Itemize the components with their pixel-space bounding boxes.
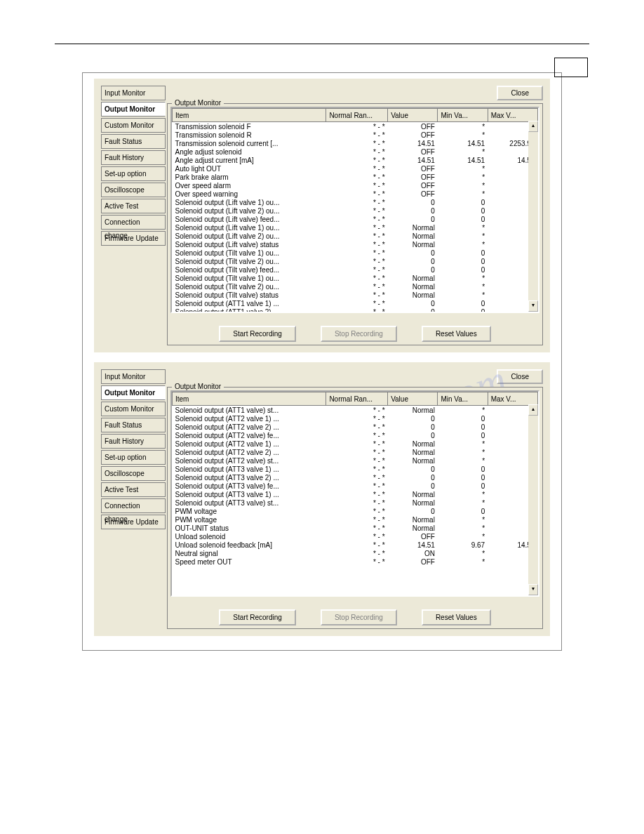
table-row[interactable]: Solenoid output (ATT2 valve 2) ...* - *N… [173, 448, 538, 456]
table-row[interactable]: Over speed alarm* - *OFF** [173, 181, 538, 190]
table-row[interactable]: Transmission solenoid current [...* - *1… [173, 139, 538, 147]
close-button[interactable]: Close [497, 369, 543, 384]
table-cell: * - * [326, 164, 388, 173]
table-row[interactable]: Solenoid output (Lift valve) feed...* - … [173, 215, 538, 223]
table-row[interactable]: Auto light OUT* - *OFF** [173, 164, 538, 173]
sidebar-tab[interactable]: Output Monitor [101, 102, 166, 117]
table-row[interactable]: Solenoid output (ATT1 valve) st...* - *N… [173, 406, 538, 415]
table-cell: PWM voltage [173, 515, 326, 524]
table-cell: * [438, 164, 488, 173]
sidebar-tab[interactable]: Fault Status [101, 418, 166, 432]
table-row[interactable]: Unload solenoid* - *OFF** [173, 532, 538, 541]
table-row[interactable]: Solenoid output (ATT1 valve 2) ...* - *0… [173, 307, 538, 313]
close-button[interactable]: Close [497, 86, 543, 100]
table-cell: ON [388, 549, 438, 557]
reset-values-button[interactable]: Reset Values [422, 326, 491, 342]
table-cell: * [438, 490, 488, 498]
table-cell: * [438, 498, 488, 507]
table-row[interactable]: Over speed warning* - *OFF** [173, 190, 538, 198]
sidebar-tab[interactable]: Custom Monitor [101, 118, 166, 133]
table-row[interactable]: Solenoid output (ATT3 valve 1) ...* - *N… [173, 490, 538, 498]
scrollbar[interactable]: ▴▾ [528, 404, 538, 595]
stop-recording-button: Stop Recording [321, 326, 397, 342]
table-row[interactable]: Solenoid output (Tilt valve 1) ou...* - … [173, 274, 538, 282]
table-cell: * - * [326, 490, 388, 498]
table-row[interactable]: Solenoid output (ATT3 valve) st...* - *N… [173, 498, 538, 507]
table-row[interactable]: PWM voltage* - *Normal** [173, 515, 538, 524]
start-recording-button[interactable]: Start Recording [219, 326, 295, 342]
scroll-down-icon[interactable]: ▾ [528, 300, 538, 312]
column-header[interactable]: Value [388, 392, 438, 406]
column-header[interactable]: Item [173, 392, 326, 406]
table-row[interactable]: Solenoid output (Tilt valve 2) ou...* - … [173, 257, 538, 265]
sidebar-tab[interactable]: Input Monitor [101, 86, 166, 100]
table-row[interactable]: Solenoid output (Lift valve 1) ou...* - … [173, 198, 538, 206]
table-row[interactable]: Solenoid output (Lift valve) status* - *… [173, 240, 538, 249]
scroll-down-icon[interactable]: ▾ [528, 584, 538, 595]
table-row[interactable]: Speed meter OUT* - *OFF** [173, 557, 538, 566]
table-row[interactable]: Solenoid output (ATT1 valve 1) ...* - *0… [173, 299, 538, 307]
table-row[interactable]: Angle adjust current [mA]* - *14.5114.51… [173, 156, 538, 164]
table-row[interactable]: Unload solenoid feedback [mA]* - *14.519… [173, 541, 538, 549]
sidebar-tab[interactable]: Firmware Update [101, 231, 166, 246]
sidebar-tab[interactable]: Active Test [101, 199, 166, 213]
start-recording-button[interactable]: Start Recording [219, 609, 295, 626]
table-row[interactable]: Solenoid output (ATT3 valve 1) ...* - *0… [173, 465, 538, 473]
sidebar-tab[interactable]: Connection change [101, 215, 166, 230]
table-row[interactable]: Solenoid output (Tilt valve 1) ou...* - … [173, 249, 538, 257]
column-header[interactable]: Value [388, 109, 438, 122]
column-header[interactable]: Max V... [488, 109, 537, 122]
column-header[interactable]: Item [173, 109, 326, 122]
table-cell: * [438, 456, 488, 465]
table-row[interactable]: Solenoid output (Lift valve 2) ou...* - … [173, 232, 538, 240]
table-row[interactable]: Solenoid output (ATT2 valve 1) ...* - *0… [173, 414, 538, 423]
sidebar-tab[interactable]: Connection change [101, 498, 166, 513]
scroll-up-icon[interactable]: ▴ [528, 121, 538, 132]
table-cell: * [438, 439, 488, 448]
table-cell: * [438, 406, 488, 415]
sidebar-tab[interactable]: Firmware Update [101, 515, 166, 529]
sidebar-tab[interactable]: Fault History [101, 434, 166, 449]
sidebar-tab[interactable]: Oscilloscope [101, 466, 166, 481]
sidebar-tab[interactable]: Custom Monitor [101, 402, 166, 416]
table-row[interactable]: Solenoid output (ATT2 valve) st...* - *N… [173, 456, 538, 465]
table-row[interactable]: Solenoid output (Lift valve 2) ou...* - … [173, 206, 538, 215]
sidebar-tab[interactable]: Output Monitor [101, 385, 166, 400]
column-header[interactable]: Max V... [488, 392, 537, 406]
sidebar-tab[interactable]: Active Test [101, 482, 166, 497]
table-row[interactable]: Solenoid output (ATT2 valve 2) ...* - *0… [173, 423, 538, 431]
table-row[interactable]: Solenoid output (Tilt valve) status* - *… [173, 291, 538, 299]
table-row[interactable]: Solenoid output (Lift valve 1) ou...* - … [173, 223, 538, 232]
scrollbar[interactable]: ▴▾ [528, 121, 538, 312]
table-row[interactable]: Angle adjust solenoid* - *OFF** [173, 147, 538, 156]
table-row[interactable]: PWM voltage* - *000 [173, 507, 538, 515]
column-header[interactable]: Min Va... [438, 392, 488, 406]
table-row[interactable]: Transmission solenoid R* - *OFF** [173, 131, 538, 139]
sidebar-tab[interactable]: Set-up option [101, 166, 166, 181]
column-header[interactable]: Normal Ran... [326, 392, 388, 406]
table-cell: Speed meter OUT [173, 557, 326, 566]
sidebar-tab[interactable]: Input Monitor [101, 369, 166, 384]
table-cell: * [438, 282, 488, 291]
scroll-up-icon[interactable]: ▴ [528, 404, 538, 416]
table-cell: 0 [438, 507, 488, 515]
table-cell: Solenoid output (Tilt valve 1) ou... [173, 274, 326, 282]
table-row[interactable]: Transmission solenoid F* - *OFF** [173, 122, 538, 131]
table-row[interactable]: Solenoid output (Tilt valve 2) ou...* - … [173, 282, 538, 291]
table-row[interactable]: Solenoid output (ATT2 valve 1) ...* - *N… [173, 439, 538, 448]
sidebar-tab[interactable]: Oscilloscope [101, 183, 166, 197]
table-row[interactable]: Park brake alarm* - *OFF** [173, 173, 538, 181]
column-header[interactable]: Normal Ran... [326, 109, 388, 122]
table-row[interactable]: OUT-UNIT status* - *Normal** [173, 524, 538, 532]
table-row[interactable]: Solenoid output (ATT3 valve 2) ...* - *0… [173, 473, 538, 482]
table-cell: Over speed alarm [173, 181, 326, 190]
column-header[interactable]: Min Va... [438, 109, 488, 122]
reset-values-button[interactable]: Reset Values [422, 609, 491, 626]
table-row[interactable]: Solenoid output (Tilt valve) feed...* - … [173, 265, 538, 274]
table-row[interactable]: Neutral signal* - *ON** [173, 549, 538, 557]
sidebar-tab[interactable]: Set-up option [101, 450, 166, 465]
sidebar-tab[interactable]: Fault Status [101, 134, 166, 149]
sidebar-tab[interactable]: Fault History [101, 150, 166, 165]
table-row[interactable]: Solenoid output (ATT3 valve) fe...* - *0… [173, 482, 538, 490]
table-row[interactable]: Solenoid output (ATT2 valve) fe...* - *0… [173, 431, 538, 439]
